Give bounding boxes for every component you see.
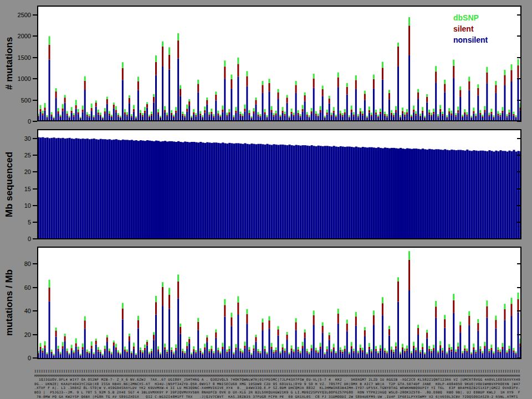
bar-segment [155,315,157,358]
bar-segment [289,116,290,117]
bar-segment [242,116,243,117]
bar-segment [349,117,350,118]
bar-segment [428,349,430,351]
y-tick-label: 500 [4,97,31,104]
bar-segment [184,141,186,239]
bar-segment [188,343,190,358]
bar-segment [73,352,75,354]
bar-segment [177,282,179,299]
bar-segment [287,103,288,121]
bar-segment [364,330,366,336]
bar-segment [55,330,57,336]
bar-segment [111,352,112,354]
bar-segment [44,108,46,111]
bar-segment [166,353,168,358]
mb-sequenced-plot-area [37,129,521,239]
bar-segment [318,354,319,358]
x-axis-label-row: IIIIIIIIIIIIIIIIIIIIIIIIIIIIIIIIIIIIIIII… [34,369,524,374]
y-tick-right [517,222,521,223]
bar-segment [177,33,179,40]
bar-segment [111,116,112,117]
bar-segment [248,350,250,351]
bar-segment [255,335,257,337]
bar-segment [213,114,214,116]
bar-segment [157,346,159,349]
bar-segment [477,95,479,121]
bar-segment [100,112,101,115]
bar-segment [470,352,472,354]
bar-segment [91,104,93,108]
bar-segment [197,318,199,322]
bar-segment [246,86,248,121]
bar-segment [366,116,368,117]
bar-segment [291,345,293,349]
bar-segment [75,346,77,358]
bar-segment [155,296,157,302]
bar-segment [270,347,272,350]
bar-segment [295,145,298,239]
bar-segment [250,354,252,355]
bar-segment [351,147,353,239]
bar-segment [468,90,470,121]
bar-segment [69,355,70,358]
bar-segment [75,109,77,121]
bar-segment [433,109,434,112]
bar-segment [62,108,64,111]
bar-segment [397,277,399,281]
bar-segment [306,352,308,358]
bar-segment [373,310,375,315]
bar-segment [426,94,428,97]
bar-segment [349,352,350,354]
bar-segment [357,352,359,354]
bar-segment [153,340,155,358]
bar-segment [250,116,252,117]
bar-segment [280,115,282,116]
bar-segment [93,115,95,117]
bar-segment [47,354,48,355]
bar-segment [331,349,332,351]
bar-segment [80,356,81,358]
bar-segment [473,113,474,121]
bar-segment [397,43,399,47]
bar-segment [62,104,64,109]
bar-segment [393,148,395,239]
bar-segment [226,115,228,116]
bar-segment [411,351,412,353]
bar-segment [140,350,141,352]
bar-segment [215,329,217,332]
bar-segment [282,145,284,239]
bar-segment [426,330,428,332]
bar-segment [304,329,306,332]
bar-segment [479,349,481,351]
bar-segment [439,348,441,358]
bar-segment [375,349,377,351]
bar-segment [375,148,377,239]
bar-segment [388,335,390,358]
bar-segment [277,326,279,330]
bar-segment [377,351,379,353]
bar-segment [275,111,277,114]
x-axis-label-row: 1QJ3GUOV.9FL4 W1Y7 OA OS2NF MZB-7- Z_X_6… [34,377,524,382]
bar-segment [44,341,46,346]
bar-segment [42,137,44,239]
bar-segment [40,109,42,112]
bar-segment [391,148,393,239]
bar-segment [357,114,359,116]
bar-segment [106,337,108,342]
bar-segment [311,345,313,348]
bar-segment [253,111,254,114]
bar-segment [42,348,44,350]
bar-segment [439,112,441,121]
bar-segment [244,111,245,121]
bar-segment [133,112,135,121]
bar-segment [344,147,346,239]
bar-segment [384,114,386,116]
bar-segment [400,354,401,358]
y-tick-left [33,155,37,156]
bar-segment [109,349,110,351]
bar-segment [404,112,406,114]
bar-segment [284,145,287,239]
bar-segment [360,345,361,348]
bar-segment [226,353,228,358]
bar-segment [246,324,248,358]
